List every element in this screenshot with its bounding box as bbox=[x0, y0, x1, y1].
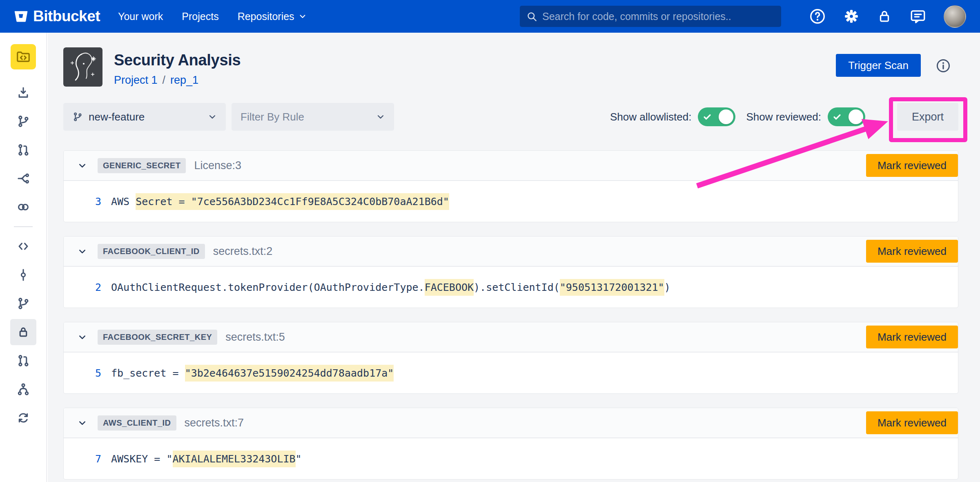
finding-header: FACEBOOK_SECRET_KEYsecrets.txt:5Mark rev… bbox=[64, 322, 958, 353]
rule-badge: FACEBOOK_CLIENT_ID bbox=[98, 244, 205, 259]
finding-card: FACEBOOK_SECRET_KEYsecrets.txt:5Mark rev… bbox=[63, 322, 958, 394]
finding-code-row: 2OAuthClientRequest.tokenProvider(OAuthP… bbox=[64, 267, 958, 308]
sidebar-item-source[interactable] bbox=[10, 232, 36, 261]
commits-icon bbox=[16, 268, 30, 282]
deployments-rings-icon bbox=[16, 200, 30, 214]
toolbar-right: Show allowlisted: Show reviewed: bbox=[610, 103, 958, 131]
finding-location: License:3 bbox=[194, 159, 241, 172]
global-search[interactable] bbox=[520, 6, 781, 27]
search-input[interactable] bbox=[542, 11, 775, 22]
sidebar-item-forks[interactable] bbox=[10, 375, 36, 404]
repo-avatar bbox=[63, 47, 102, 87]
feedback-icon[interactable] bbox=[909, 8, 927, 25]
info-icon[interactable] bbox=[935, 58, 951, 74]
navbar-icon-group bbox=[809, 5, 966, 28]
sidebar-item-security[interactable] bbox=[10, 319, 36, 345]
trigger-scan-button[interactable]: Trigger Scan bbox=[836, 54, 921, 77]
code-text: OAuthClientRequest.tokenProvider(OAuthPr… bbox=[111, 281, 425, 293]
sidebar-item-sync[interactable] bbox=[10, 404, 36, 432]
chevron-down-icon bbox=[208, 112, 217, 121]
mark-reviewed-button[interactable]: Mark reviewed bbox=[866, 326, 958, 348]
finding-code-row: 3AWS Secret = "7ce556A3bD234Cc1Ff9E8A5C3… bbox=[64, 181, 958, 222]
branch-select-value: new-feature bbox=[89, 111, 202, 123]
mark-reviewed-button[interactable]: Mark reviewed bbox=[866, 154, 958, 177]
pull-request-icon bbox=[16, 354, 30, 368]
chevron-down-icon[interactable] bbox=[78, 418, 87, 428]
code-line-number: 7 bbox=[80, 453, 101, 465]
findings-list: GENERIC_SECRETLicense:3Mark reviewed3AWS… bbox=[63, 150, 958, 480]
sidebar-item-pull-requests-2[interactable] bbox=[10, 346, 36, 375]
sidebar-divider bbox=[14, 226, 33, 227]
nav-repositories-label: Repositories bbox=[238, 11, 294, 22]
branch-select[interactable]: new-feature bbox=[63, 103, 226, 131]
sidebar-item-branches-2[interactable] bbox=[10, 289, 36, 318]
branch-icon bbox=[16, 297, 30, 310]
code-text: ).setClientId( bbox=[474, 281, 560, 293]
show-reviewed-toggle[interactable] bbox=[828, 107, 865, 126]
finding-card: FACEBOOK_CLIENT_IDsecrets.txt:2Mark revi… bbox=[63, 236, 958, 308]
finding-code-row: 5fb_secret = "3b2e464637e5159024254dd78a… bbox=[64, 353, 958, 393]
filter-toolbar: new-feature Filter By Rule Show allowlis… bbox=[63, 103, 958, 131]
lock-icon[interactable] bbox=[877, 9, 892, 24]
code-line-number: 5 bbox=[80, 367, 101, 379]
sidebar-item-commits[interactable] bbox=[10, 261, 36, 289]
finding-header: GENERIC_SECRETLicense:3Mark reviewed bbox=[64, 151, 958, 181]
settings-gear-icon[interactable] bbox=[843, 8, 860, 25]
chevron-down-icon[interactable] bbox=[78, 332, 87, 342]
top-navbar: Bitbucket Your work Projects Repositorie… bbox=[0, 0, 980, 33]
breadcrumb-project-link[interactable]: Project 1 bbox=[114, 74, 158, 87]
check-icon bbox=[833, 113, 841, 123]
mark-reviewed-button[interactable]: Mark reviewed bbox=[866, 411, 958, 434]
finding-header: FACEBOOK_CLIENT_IDsecrets.txt:2Mark revi… bbox=[64, 237, 958, 267]
left-sidebar bbox=[0, 33, 47, 482]
sidebar-item-deployments[interactable] bbox=[10, 193, 36, 221]
nav-your-work[interactable]: Your work bbox=[118, 11, 163, 22]
nav-repositories[interactable]: Repositories bbox=[238, 11, 307, 22]
sidebar-item-pipelines[interactable] bbox=[10, 164, 36, 193]
export-button[interactable]: Export bbox=[897, 103, 958, 131]
code-line: fb_secret = "3b2e464637e5159024254dd78aa… bbox=[111, 367, 394, 379]
rule-filter-select[interactable]: Filter By Rule bbox=[232, 103, 394, 131]
chevron-down-icon[interactable] bbox=[78, 247, 87, 256]
breadcrumb: Project 1 / rep_1 bbox=[114, 74, 241, 87]
pipelines-icon bbox=[16, 172, 30, 185]
repo-folder-code-icon bbox=[16, 49, 31, 65]
finding-header: AWS_CLIENT_IDsecrets.txt:7Mark reviewed bbox=[64, 408, 958, 438]
chevron-down-icon[interactable] bbox=[78, 161, 87, 170]
security-lock-icon bbox=[16, 325, 30, 339]
sidebar-item-pull-requests[interactable] bbox=[10, 136, 36, 164]
code-text: AWS bbox=[111, 196, 136, 208]
toggle-knob bbox=[849, 109, 863, 124]
code-text: fb_secret = bbox=[111, 367, 185, 379]
secret-highlight: AKIALALEMEL33243OLIB bbox=[173, 451, 296, 467]
toggle-knob bbox=[719, 109, 733, 124]
finding-location: secrets.txt:2 bbox=[213, 245, 273, 258]
finding-location: secrets.txt:5 bbox=[225, 331, 285, 344]
export-area: Export bbox=[897, 103, 958, 131]
breadcrumb-repo-link[interactable]: rep_1 bbox=[170, 74, 198, 87]
main-content: Security Analysis Project 1 / rep_1 Trig… bbox=[48, 33, 980, 482]
sidebar-item-checkout[interactable] bbox=[10, 78, 36, 107]
show-allowlisted-label: Show allowlisted: bbox=[610, 111, 691, 123]
rule-badge: AWS_CLIENT_ID bbox=[98, 415, 176, 431]
bitbucket-security-page: Bitbucket Your work Projects Repositorie… bbox=[0, 0, 980, 482]
code-line-number: 2 bbox=[80, 281, 101, 293]
bitbucket-logo[interactable]: Bitbucket bbox=[14, 8, 100, 25]
sync-refresh-icon bbox=[16, 411, 30, 425]
code-text: " bbox=[296, 453, 302, 465]
page-header: Security Analysis Project 1 / rep_1 Trig… bbox=[63, 47, 958, 87]
user-avatar[interactable] bbox=[944, 5, 966, 28]
finding-location: secrets.txt:7 bbox=[185, 417, 244, 429]
mark-reviewed-button[interactable]: Mark reviewed bbox=[866, 240, 958, 263]
check-icon bbox=[703, 113, 711, 123]
show-allowlisted-toggle[interactable] bbox=[698, 107, 735, 126]
secret-highlight: Secret = "7ce556A3bD234Cc1Ff9E8A5C324C0b… bbox=[136, 193, 449, 210]
code-line: AWSKEY = "AKIALALEMEL33243OLIB" bbox=[111, 453, 302, 465]
branch-icon bbox=[16, 114, 30, 128]
nav-projects[interactable]: Projects bbox=[182, 11, 218, 22]
finding-card: AWS_CLIENT_IDsecrets.txt:7Mark reviewed7… bbox=[63, 408, 958, 480]
chevron-down-icon bbox=[298, 12, 307, 20]
repo-avatar-tile[interactable] bbox=[11, 44, 36, 69]
sidebar-item-branches[interactable] bbox=[10, 107, 36, 136]
help-icon[interactable] bbox=[809, 8, 826, 25]
